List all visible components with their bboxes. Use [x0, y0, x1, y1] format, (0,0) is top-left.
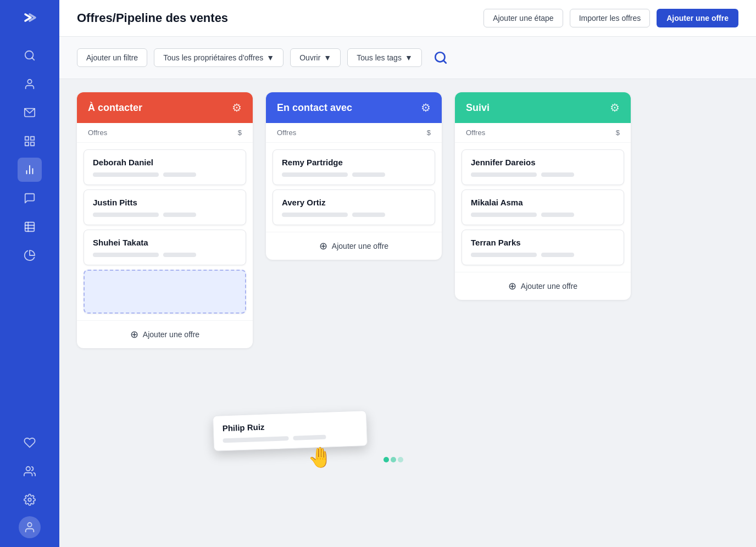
sidebar-item-contacts[interactable] — [18, 72, 42, 96]
page-title: Offres/Pipeline des ventes — [77, 11, 228, 25]
add-filter-button[interactable]: Ajouter un filtre — [77, 48, 147, 67]
deal-card-terran[interactable]: Terran Parks — [462, 230, 624, 265]
sidebar-item-messages[interactable] — [18, 186, 42, 210]
column-title: Suivi — [466, 102, 490, 114]
deal-bar — [93, 172, 159, 177]
sidebar — [0, 0, 59, 547]
deal-name: Deborah Daniel — [93, 158, 237, 167]
loading-indicator — [383, 457, 403, 462]
sidebar-item-team[interactable] — [18, 459, 42, 483]
plus-circle-icon: ⊕ — [319, 240, 327, 252]
add-deal-button-col2[interactable]: ⊕ Ajouter une offre — [266, 232, 442, 260]
sidebar-item-search[interactable] — [18, 43, 42, 68]
deal-bar-short — [163, 253, 196, 257]
kanban-board: À contacter ⚙ Offres $ Deborah Daniel Ju… — [59, 79, 756, 547]
column-gear-icon[interactable]: ⚙ — [232, 101, 242, 114]
deal-bar — [471, 253, 537, 257]
deal-card-shuhei[interactable]: Shuhei Takata — [84, 230, 246, 265]
deal-meta — [93, 172, 237, 177]
sidebar-item-favorites[interactable] — [18, 431, 42, 455]
deal-meta — [282, 213, 426, 217]
deal-bar-short — [541, 253, 574, 257]
page-header: Offres/Pipeline des ventes Ajouter une é… — [59, 0, 756, 37]
column-offres-label: Offres — [277, 129, 296, 137]
deal-name: Justin Pitts — [93, 198, 237, 207]
deal-card-avery[interactable]: Avery Ortiz — [273, 189, 435, 225]
sidebar-item-analytics[interactable] — [18, 243, 42, 267]
sidebar-item-mail[interactable] — [18, 101, 42, 125]
deal-card-mikalai[interactable]: Mikalai Asma — [462, 189, 624, 225]
column-subheader: Offres $ — [77, 123, 253, 143]
add-stage-button[interactable]: Ajouter une étape — [483, 9, 563, 27]
add-deal-label: Ajouter une offre — [143, 330, 199, 339]
column-body-suivi: Jennifer Dareios Mikalai Asma Terran Par… — [455, 143, 631, 272]
deal-meta — [471, 253, 615, 257]
ghost-deal-meta — [223, 434, 358, 443]
deal-meta — [93, 213, 237, 217]
sidebar-item-settings[interactable] — [18, 488, 42, 512]
svg-point-15 — [26, 467, 30, 471]
svg-point-2 — [27, 80, 31, 83]
ghost-deal-name: Philip Ruiz — [222, 419, 357, 433]
sidebar-item-deals[interactable] — [18, 158, 42, 182]
add-deal-header-button[interactable]: Ajouter une offre — [657, 9, 738, 27]
deal-name: Mikalai Asma — [471, 198, 615, 207]
deal-card-jennifer[interactable]: Jennifer Dareios — [462, 149, 624, 185]
deal-card-justin[interactable]: Justin Pitts — [84, 189, 246, 225]
column-dollar-label: $ — [427, 129, 431, 137]
column-offres-label: Offres — [466, 129, 485, 137]
deal-name: Avery Ortiz — [282, 198, 426, 207]
filter-bar: Ajouter un filtre Tous les propriétaires… — [59, 37, 756, 79]
column-body-a-contacter: Deborah Daniel Justin Pitts Shuhei Takat… — [77, 143, 253, 320]
svg-rect-4 — [25, 137, 29, 140]
deal-bar-short — [352, 172, 385, 177]
deal-card-deborah[interactable]: Deborah Daniel — [84, 149, 246, 185]
svg-line-1 — [32, 58, 34, 60]
deal-bar — [223, 436, 288, 443]
deal-card-remy[interactable]: Remy Partridge — [273, 149, 435, 185]
sidebar-item-table[interactable] — [18, 215, 42, 239]
column-dollar-label: $ — [616, 129, 620, 137]
column-subheader: Offres $ — [455, 123, 631, 143]
drag-ghost-card: Philip Ruiz — [213, 410, 368, 451]
deal-bar-short — [541, 172, 574, 177]
tags-filter-button[interactable]: Tous les tags ▼ — [347, 48, 422, 67]
column-header-suivi: Suivi ⚙ — [455, 92, 631, 123]
svg-line-19 — [443, 60, 446, 63]
svg-point-16 — [28, 498, 31, 501]
import-deals-button[interactable]: Importer les offres — [570, 9, 651, 27]
column-gear-icon[interactable]: ⚙ — [421, 101, 431, 114]
column-body-en-contact: Remy Partridge Avery Ortiz — [266, 143, 442, 232]
status-filter-button[interactable]: Ouvrir ▼ — [290, 48, 341, 67]
column-a-contacter: À contacter ⚙ Offres $ Deborah Daniel Ju… — [77, 92, 253, 348]
deal-meta — [471, 172, 615, 177]
deal-bar — [93, 213, 159, 217]
sidebar-logo[interactable] — [21, 9, 38, 30]
chevron-down-icon: ▼ — [405, 53, 413, 62]
search-button[interactable] — [429, 46, 453, 70]
column-gear-icon[interactable]: ⚙ — [610, 101, 620, 114]
sidebar-item-profile[interactable] — [19, 516, 41, 538]
deal-bar — [282, 213, 348, 217]
deal-name: Remy Partridge — [282, 158, 426, 167]
add-deal-label: Ajouter une offre — [332, 242, 388, 250]
deal-bar-short — [541, 213, 574, 217]
column-header-en-contact: En contact avec ⚙ — [266, 92, 442, 123]
deal-card-placeholder — [84, 270, 246, 314]
deal-meta — [471, 213, 615, 217]
chevron-down-icon: ▼ — [266, 53, 274, 62]
deal-bar-short — [352, 213, 385, 217]
chevron-down-icon: ▼ — [324, 53, 331, 62]
column-offres-label: Offres — [88, 129, 107, 137]
deal-bar-short — [163, 172, 196, 177]
sidebar-item-grid[interactable] — [18, 129, 42, 153]
owners-filter-button[interactable]: Tous les propriétaires d'offres ▼ — [154, 48, 284, 67]
add-deal-button-col1[interactable]: ⊕ Ajouter une offre — [77, 320, 253, 348]
svg-rect-7 — [31, 142, 34, 146]
svg-rect-6 — [25, 142, 29, 146]
plus-circle-icon: ⊕ — [130, 328, 138, 341]
deal-name: Shuhei Takata — [93, 238, 237, 247]
deal-meta — [93, 253, 237, 257]
column-header-a-contacter: À contacter ⚙ — [77, 92, 253, 123]
add-deal-button-col3[interactable]: ⊕ Ajouter une offre — [455, 272, 631, 300]
